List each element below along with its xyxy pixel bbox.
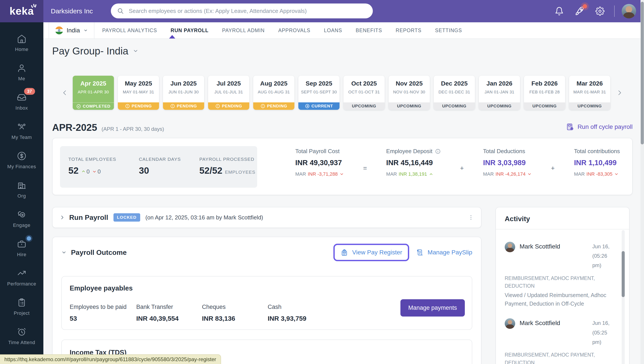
payables-bank-transfer: Bank Transfer INR 40,39,554	[136, 304, 202, 322]
cycle-subtitle: (APR 1 - APR 30, 30 days)	[101, 126, 164, 132]
tab-loans[interactable]: LOANS	[324, 22, 342, 39]
manage-payments-button[interactable]: Manage payments	[400, 299, 465, 316]
cycle-title: APR-2025	[52, 122, 97, 133]
page-scrollbar[interactable]	[640, 0, 644, 364]
sidebar-item-org[interactable]: Org	[0, 175, 43, 204]
tab-settings[interactable]: SETTINGS	[435, 22, 462, 39]
month-card-may-2025[interactable]: May 2025 MAY 01-MAY 31 PENDING	[118, 76, 159, 110]
tab-reports[interactable]: REPORTS	[396, 22, 421, 39]
status-badge-upcoming: UPCOMING	[389, 102, 430, 110]
month-card-jul-2025[interactable]: Jul 2025 JUL 01-JUL 31 PENDING	[208, 76, 249, 110]
cycle-heading-row: APR-2025 (APR 1 - APR 30, 30 days) Run o…	[52, 122, 632, 133]
activity-scrollbar-thumb[interactable]	[622, 251, 625, 297]
alert-circle-icon	[261, 104, 265, 108]
chevron-up-icon	[429, 172, 433, 176]
main-content: Pay Group- India Apr 2025 APR 01-APR 30 …	[43, 39, 644, 364]
user-avatar[interactable]	[622, 4, 636, 18]
app-window: keka Darksiders Inc Home	[0, 0, 644, 364]
sidebar-item-me[interactable]: Me	[0, 58, 43, 87]
employees-down-delta: 0	[92, 168, 101, 175]
chevron-down-icon	[83, 28, 88, 32]
month-card-mar-2026[interactable]: Mar 2026 MAR 01-MAR 31 UPCOMING	[569, 76, 610, 110]
figure-employee-deposit: Employee Deposit INR 45,16,449 MARINR 1,…	[386, 148, 441, 177]
chevron-right-icon[interactable]	[60, 215, 65, 220]
dollar-icon	[17, 151, 27, 161]
month-card-sep-2025[interactable]: Sep 2025 SEPT 01-SEPT 30 CURRENT	[298, 76, 340, 110]
chevron-down-icon	[527, 172, 532, 176]
run-payroll-title: Run Payroll	[69, 214, 108, 222]
status-badge-pending: PENDING	[118, 102, 159, 110]
month-card-nov-2025[interactable]: Nov 2025 NOV 01-NOV 30 UPCOMING	[389, 76, 430, 110]
run-off-cycle-payroll-link[interactable]: Run off cycle payroll	[566, 123, 632, 131]
stat-total-employees: TOTAL EMPLOYEES 52 0 0	[68, 156, 116, 176]
operator-plus: +	[460, 164, 464, 177]
notifications-bell-icon[interactable]	[555, 6, 564, 16]
sidebar-item-performance[interactable]: Performance	[0, 263, 43, 292]
tab-payroll-admin[interactable]: PAYROLL ADMIN	[222, 22, 265, 39]
pay-cycle-carousel: Apr 2025 APR 01-APR 30 COMPLETED May 202…	[52, 76, 632, 111]
global-search[interactable]	[111, 4, 373, 18]
sidebar-item-hire[interactable]: Hire	[0, 234, 43, 263]
status-badge-current: CURRENT	[298, 102, 340, 110]
run-payroll-section[interactable]: Run Payroll LOCKED (on Apr 12, 2025, 03:…	[52, 207, 482, 228]
month-card-jun-2025[interactable]: Jun 2025 JUN 01-JUN 30 PENDING	[163, 76, 204, 110]
check-circle-icon	[76, 104, 81, 109]
month-card-dec-2025[interactable]: Dec 2025 DEC 01-DEC 31 UPCOMING	[434, 76, 475, 110]
operator-plus: +	[551, 164, 555, 177]
figure-delta: MARINR -83,305	[574, 171, 620, 177]
project-clipboard-icon	[17, 298, 27, 307]
stats-panel: TOTAL EMPLOYEES 52 0 0 CALENDAR DAYS 30 …	[60, 146, 257, 188]
chevron-down-icon[interactable]	[133, 48, 138, 54]
region-selector[interactable]: India	[49, 22, 94, 39]
page-title: Pay Group- India	[52, 45, 128, 57]
activity-scrollbar-track[interactable]	[622, 230, 625, 364]
locked-badge: LOCKED	[113, 213, 140, 222]
tab-run-payroll[interactable]: RUN PAYROLL	[171, 22, 208, 39]
alert-circle-icon	[170, 104, 175, 108]
keka-spark-icon	[31, 4, 37, 9]
hire-briefcase-icon	[17, 239, 27, 249]
activity-description: Viewed / Updated Reimbursement, Adhoc Pa…	[505, 291, 616, 308]
whats-new-rocket-icon[interactable]	[574, 6, 585, 16]
status-url: https://thq.kekademo.com/#/payroll/run/p…	[5, 356, 216, 362]
performance-trend-icon	[17, 268, 27, 278]
tab-approvals[interactable]: APPROVALS	[278, 22, 310, 39]
keka-logo[interactable]: keka	[0, 0, 43, 22]
sidebar-item-engage[interactable]: Engage	[0, 204, 43, 234]
view-pay-register-button[interactable]: View Pay Register	[333, 244, 409, 261]
calculator-icon	[566, 123, 574, 131]
figure-delta: MARINR -4,26,174	[483, 171, 532, 177]
sidebar-item-project[interactable]: Project	[0, 292, 43, 322]
month-card-apr-2025[interactable]: Apr 2025 APR 01-APR 30 COMPLETED	[73, 76, 114, 110]
carousel-next-icon[interactable]	[616, 88, 622, 98]
month-card-oct-2025[interactable]: Oct 2025 OCT 01-OCT 31 UPCOMING	[343, 76, 385, 110]
tab-payroll-analytics[interactable]: PAYROLL ANALYTICS	[102, 22, 157, 39]
employee-payables-card: Employee payables Employees to be paid 5…	[61, 276, 472, 330]
stat-calendar-days: CALENDAR DAYS 30	[139, 156, 181, 176]
sidebar-item-my-finances[interactable]: My Finances	[0, 146, 43, 175]
sidebar-item-time-attend[interactable]: Time Attend	[0, 322, 43, 351]
status-badge-upcoming: UPCOMING	[434, 102, 475, 110]
page-scrollbar-thumb[interactable]	[641, 2, 644, 144]
settings-gear-icon[interactable]	[595, 6, 604, 16]
avatar	[505, 318, 515, 329]
manage-payslip-button[interactable]: Manage PaySlip	[416, 248, 472, 256]
payables-employees-to-be-paid: Employees to be paid 53	[70, 304, 136, 322]
kebab-menu-icon[interactable]	[468, 214, 474, 221]
month-card-aug-2025[interactable]: Aug 2025 AUG 01-AUG 31 PENDING	[253, 76, 294, 110]
topbar-actions	[544, 0, 636, 22]
run-payroll-meta: (on Apr 12, 2025, 03:16 am by Mark Scott…	[145, 214, 263, 221]
month-card-jan-2026[interactable]: Jan 2026 JAN 01-JAN 31 UPCOMING	[479, 76, 520, 110]
search-input[interactable]	[128, 7, 367, 15]
carousel-prev-icon[interactable]	[62, 88, 68, 98]
chevron-down-icon[interactable]	[61, 250, 67, 255]
status-badge-upcoming: UPCOMING	[343, 102, 385, 110]
payables-cheques: Cheques INR 83,136	[202, 304, 268, 322]
tab-benefits[interactable]: BENEFITS	[356, 22, 382, 39]
caret-down-icon	[92, 169, 97, 174]
sidebar-item-inbox[interactable]: 37 Inbox	[0, 87, 43, 116]
sidebar-item-home[interactable]: Home	[0, 28, 43, 58]
month-card-feb-2026[interactable]: Feb 2026 FEB 01-FEB 28 UPCOMING	[524, 76, 565, 110]
sidebar-item-my-team[interactable]: My Team	[0, 116, 43, 146]
info-icon[interactable]	[435, 148, 441, 154]
